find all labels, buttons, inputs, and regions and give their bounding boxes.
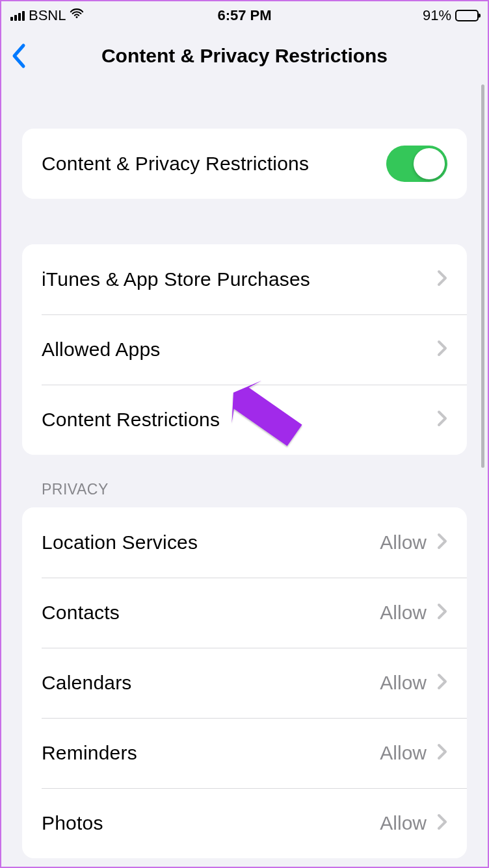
svg-point-0 (76, 16, 78, 18)
restrictions-group: iTunes & App Store Purchases Allowed App… (22, 244, 467, 455)
privacy-section-header: Privacy (22, 455, 467, 507)
battery-icon (455, 10, 479, 21)
content-privacy-toggle[interactable] (386, 146, 447, 182)
chevron-right-icon (437, 603, 447, 622)
nav-bar: Content & Privacy Restrictions (1, 30, 488, 82)
row-label: Allowed Apps (42, 338, 161, 361)
row-label: Calendars (42, 672, 132, 694)
chevron-right-icon (437, 340, 447, 359)
chevron-right-icon (437, 813, 447, 833)
row-label: iTunes & App Store Purchases (42, 268, 310, 290)
carrier-label: BSNL (29, 7, 66, 24)
wifi-icon (70, 6, 84, 25)
row-location-services[interactable]: Location Services Allow (22, 507, 467, 578)
row-value: Allow (380, 602, 427, 624)
signal-icon (10, 10, 25, 21)
chevron-right-icon (437, 533, 447, 552)
row-reminders[interactable]: Reminders Allow (22, 718, 467, 788)
row-label: Content Restrictions (42, 409, 220, 431)
chevron-right-icon (437, 673, 447, 693)
status-right: 91% (423, 7, 479, 24)
row-label: Reminders (42, 742, 137, 764)
row-value: Allow (380, 812, 427, 834)
toggle-group: Content & Privacy Restrictions (22, 129, 467, 199)
row-allowed-apps[interactable]: Allowed Apps (22, 314, 467, 385)
row-value: Allow (380, 672, 427, 694)
scroll-indicator[interactable] (481, 84, 484, 468)
chevron-right-icon (437, 743, 447, 763)
content-area: Content & Privacy Restrictions iTunes & … (1, 82, 488, 858)
row-label: Photos (42, 812, 103, 834)
status-bar: BSNL 6:57 PM 91% (1, 1, 488, 30)
row-label: Contacts (42, 602, 120, 624)
row-value: Allow (380, 531, 427, 554)
row-contacts[interactable]: Contacts Allow (22, 578, 467, 648)
battery-percent: 91% (423, 7, 451, 24)
status-left: BSNL (10, 6, 84, 25)
back-button[interactable] (12, 43, 27, 69)
content-privacy-toggle-row: Content & Privacy Restrictions (22, 129, 467, 199)
toggle-label: Content & Privacy Restrictions (42, 153, 309, 175)
row-calendars[interactable]: Calendars Allow (22, 648, 467, 718)
page-title: Content & Privacy Restrictions (101, 45, 388, 67)
row-value: Allow (380, 742, 427, 764)
row-label: Location Services (42, 531, 198, 554)
row-content-restrictions[interactable]: Content Restrictions (22, 385, 467, 455)
row-photos[interactable]: Photos Allow (22, 788, 467, 858)
chevron-right-icon (437, 410, 447, 429)
row-itunes-appstore[interactable]: iTunes & App Store Purchases (22, 244, 467, 314)
status-time: 6:57 PM (217, 7, 271, 24)
chevron-right-icon (437, 270, 447, 289)
privacy-group: Location Services Allow Contacts Allow C… (22, 507, 467, 858)
